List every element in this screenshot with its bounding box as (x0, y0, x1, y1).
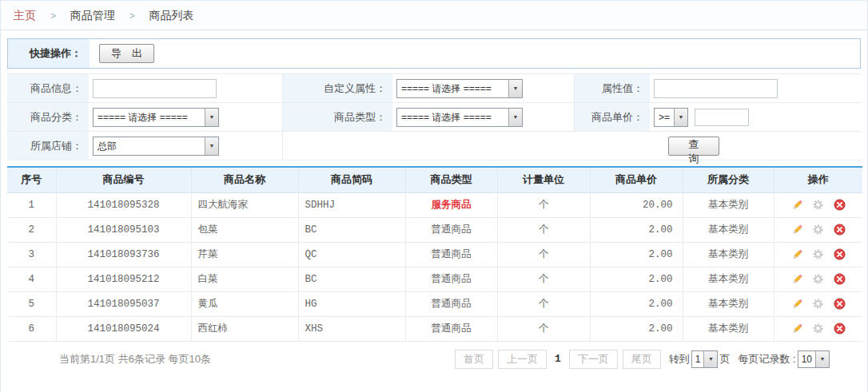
delete-icon[interactable] (834, 273, 846, 285)
prev-page-button[interactable]: 上一页 (498, 350, 547, 369)
cell-category: 基本类别 (683, 217, 774, 242)
cell-type: 普通商品 (405, 242, 497, 267)
cell-category: 基本类别 (683, 291, 774, 316)
settings-gear-icon[interactable] (812, 199, 824, 211)
cell-price: 2.00 (590, 217, 683, 242)
shop-label: 所属店铺： (7, 132, 89, 160)
cell-unit: 个 (497, 267, 590, 291)
table-row: 2 141018095103 包菜 BC 普通商品 个 2.00 基本类别 (7, 217, 862, 242)
cell-type: 普通商品 (405, 291, 497, 316)
col-header-code: 商品编号 (56, 167, 191, 192)
cell-actions (774, 242, 862, 267)
settings-gear-icon[interactable] (812, 298, 824, 310)
cell-short-code: BC (298, 217, 405, 242)
delete-icon[interactable] (834, 298, 846, 310)
cell-code: 141018095037 (56, 291, 191, 316)
edit-icon[interactable] (791, 298, 803, 310)
edit-icon[interactable] (791, 323, 803, 335)
product-info-label: 商品信息： (7, 74, 89, 102)
col-header-unit: 计量单位 (497, 167, 590, 192)
custom-attr-label: 自定义属性： (283, 74, 392, 102)
table-row: 4 141018095212 白菜 BC 普通商品 个 2.00 基本类别 (7, 267, 862, 291)
cell-unit: 个 (497, 242, 590, 267)
cell-category: 基本类别 (683, 267, 774, 291)
chevron-down-icon: ▼ (508, 109, 522, 126)
cell-short-code: QC (298, 242, 405, 267)
breadcrumb-item-product-management[interactable]: 商品管理 (70, 9, 115, 22)
cell-price: 20.00 (590, 192, 683, 217)
cell-actions (774, 217, 862, 242)
cell-category: 基本类别 (683, 192, 774, 217)
unit-price-input[interactable] (695, 109, 749, 126)
delete-icon[interactable] (834, 224, 846, 236)
col-header-actions: 操作 (774, 167, 862, 192)
last-page-button[interactable]: 尾页 (623, 350, 661, 369)
chevron-down-icon: ▼ (815, 351, 829, 367)
cell-name: 四大航海家 (191, 192, 298, 217)
cell-actions (774, 316, 862, 341)
cell-code: 141018093736 (56, 242, 191, 267)
edit-icon[interactable] (791, 199, 803, 211)
cell-short-code: HG (298, 291, 405, 316)
cell-price: 2.00 (590, 291, 683, 316)
edit-icon[interactable] (791, 273, 803, 285)
cell-seq: 5 (7, 291, 56, 316)
pagination-bar: 当前第1/1页 共6条记录 每页10条 首页 上一页 1 下一页 尾页 转到 1… (7, 350, 861, 369)
breadcrumb-home-link[interactable]: 主页 (14, 9, 36, 22)
unit-price-label: 商品单价： (575, 103, 650, 131)
next-page-button[interactable]: 下一页 (569, 350, 618, 369)
first-page-button[interactable]: 首页 (455, 350, 493, 369)
cell-seq: 2 (7, 217, 56, 242)
settings-gear-icon[interactable] (812, 224, 824, 236)
cell-price: 2.00 (590, 267, 683, 291)
edit-icon[interactable] (791, 224, 803, 236)
cell-seq: 3 (7, 242, 56, 267)
breadcrumb-separator: > (50, 10, 56, 22)
table-row: 1 141018095328 四大航海家 SDHHJ 服务商品 个 20.00 … (7, 192, 862, 217)
chevron-down-icon: ▼ (674, 109, 687, 126)
delete-icon[interactable] (834, 323, 846, 335)
cell-code: 141018095103 (56, 217, 191, 242)
cell-type: 服务商品 (405, 192, 497, 217)
attr-value-label: 属性值： (575, 74, 650, 102)
attr-value-input[interactable] (654, 79, 778, 98)
cell-seq: 1 (7, 192, 56, 217)
edit-icon[interactable] (791, 248, 803, 260)
cell-name: 包菜 (191, 217, 298, 242)
chevron-down-icon: ▼ (703, 351, 717, 367)
settings-gear-icon[interactable] (812, 273, 824, 285)
export-button[interactable]: 导 出 (99, 44, 154, 63)
chevron-down-icon: ▼ (205, 109, 218, 126)
settings-gear-icon[interactable] (812, 248, 824, 260)
product-table: 序号 商品编号 商品名称 商品简码 商品类型 计量单位 商品单价 所属分类 操作… (7, 166, 861, 342)
cell-category: 基本类别 (683, 316, 774, 341)
delete-icon[interactable] (834, 199, 846, 211)
search-button[interactable]: 查 询 (668, 137, 719, 156)
table-header-row: 序号 商品编号 商品名称 商品简码 商品类型 计量单位 商品单价 所属分类 操作 (7, 167, 862, 192)
breadcrumb-item-product-list: 商品列表 (149, 9, 194, 22)
delete-icon[interactable] (834, 248, 846, 260)
cell-category: 基本类别 (683, 242, 774, 267)
product-info-input[interactable] (93, 79, 217, 98)
settings-gear-icon[interactable] (812, 323, 824, 335)
shop-select[interactable]: 总部 ▼ (93, 137, 219, 156)
filter-form: 商品信息： 自定义属性： ===== 请选择 ===== ▼ 属性值： 商品分类… (7, 73, 861, 160)
cell-name: 黄瓜 (191, 291, 298, 316)
product-type-select[interactable]: ===== 请选择 ===== ▼ (396, 108, 523, 127)
col-header-category: 所属分类 (683, 167, 774, 192)
table-row: 6 141018095024 西红柿 XHS 普通商品 个 2.00 基本类别 (7, 316, 862, 341)
cell-name: 芹菜 (191, 242, 298, 267)
goto-page-select[interactable]: 1 ▼ (691, 350, 719, 368)
per-page-select[interactable]: 10 ▼ (798, 350, 830, 368)
cell-type: 普通商品 (405, 217, 497, 242)
cell-unit: 个 (497, 291, 590, 316)
col-header-type: 商品类型 (405, 167, 497, 192)
category-select[interactable]: ===== 请选择 ===== ▼ (93, 108, 219, 127)
price-operator-select[interactable]: >= ▼ (654, 108, 688, 127)
cell-actions (774, 291, 862, 316)
chevron-down-icon: ▼ (205, 137, 218, 155)
breadcrumb: 主页 > 商品管理 > 商品列表 (1, 1, 867, 30)
cell-seq: 6 (7, 316, 56, 341)
table-body: 1 141018095328 四大航海家 SDHHJ 服务商品 个 20.00 … (7, 192, 862, 341)
custom-attr-select[interactable]: ===== 请选择 ===== ▼ (396, 79, 523, 98)
